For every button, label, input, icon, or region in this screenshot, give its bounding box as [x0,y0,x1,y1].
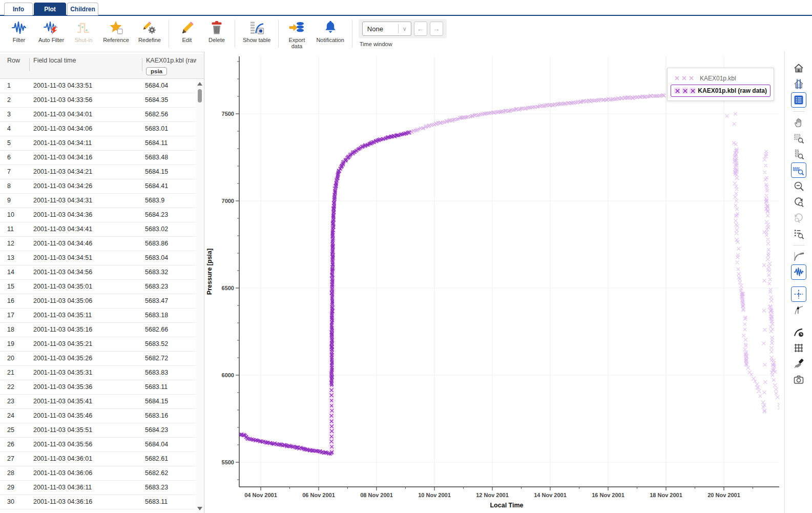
x-marker-icon [681,74,687,83]
cell-local-time: 2001-11-03 04:34:21 [26,165,138,179]
table-row[interactable]: 102001-11-03 04:34:365684.23 [0,208,196,222]
tab-children[interactable]: Children [67,3,98,15]
table-row[interactable]: 262001-11-03 04:35:565684.04 [0,438,196,452]
table-row[interactable]: 252001-11-03 04:35:515684.23 [0,423,196,438]
tab-plot[interactable]: Plot [34,3,66,15]
cell-local-time: 2001-11-03 04:35:26 [26,352,138,365]
zoom-undo-button[interactable] [791,194,806,210]
chevron-down-icon[interactable]: ∨ [398,24,411,33]
home-tracks-button[interactable] [791,76,806,92]
pan-hand-button[interactable] [791,115,806,130]
snapshot-camera-icon [793,374,804,385]
cell-row-number: 11 [0,222,26,236]
table-row[interactable]: 292001-11-03 04:36:115683.23 [0,481,196,495]
scroll-thumb[interactable] [198,89,202,102]
table-row[interactable]: 92001-11-03 04:34:315683.9 [0,194,196,208]
zoom-vertical-button[interactable] [791,147,806,162]
table-row[interactable]: 212001-11-03 04:35:315683.83 [0,366,196,380]
zoom-out-button[interactable] [791,178,806,194]
table-row[interactable]: 282001-11-03 04:36:065682.62 [0,466,196,481]
auto-filter-button[interactable]: Auto Filter [34,19,69,44]
cell-local-time: 2001-11-03 04:34:11 [26,136,138,150]
point-picker-button[interactable] [791,302,806,318]
next-window-button[interactable]: → [430,22,443,36]
scroll-down-arrow-icon[interactable] [197,507,202,510]
cell-row-number: 17 [0,309,26,322]
reference-button[interactable]: Reference [98,19,134,44]
table-row[interactable]: 242001-11-03 04:35:465683.16 [0,409,196,423]
table-row[interactable]: 132001-11-03 04:34:515683.04 [0,251,196,265]
table-body: 12001-11-03 04:33:515684.0422001-11-03 0… [0,79,196,513]
scroll-up-arrow-icon[interactable] [197,82,202,86]
table-row[interactable]: 302001-11-03 04:36:165683.11 [0,495,196,509]
zoom-horizontal-button[interactable] [791,162,806,178]
previous-window-button[interactable]: ← [414,22,427,36]
table-row[interactable]: 52001-11-03 04:34:115684.11 [0,136,196,151]
table-row[interactable]: 122001-11-03 04:34:465683.86 [0,237,196,251]
table-row[interactable]: 22001-11-03 04:33:565684.35 [0,93,196,108]
show-table-button[interactable]: Show table [238,19,275,44]
zoom-box-icon [793,133,804,144]
table-row[interactable]: 222001-11-03 04:35:365683.11 [0,380,196,395]
zoom-history-button[interactable] [791,226,806,241]
table-scrollbar[interactable] [196,79,203,513]
cell-local-time: 2001-11-03 04:35:06 [26,294,138,308]
table-row[interactable]: 162001-11-03 04:35:065683.47 [0,294,196,309]
cell-local-time: 2001-11-03 04:35:56 [26,438,138,452]
tab-bar: InfoPlotChildren [0,0,812,16]
edit-button[interactable]: Edit [172,19,202,44]
zoom-box-button[interactable] [791,131,806,146]
cell-local-time: 2001-11-03 04:34:26 [26,179,138,193]
pressure-history-chart[interactable]: 04 Nov 200106 Nov 200108 Nov 200110 Nov … [204,52,784,513]
table-row[interactable]: 72001-11-03 04:34:215684.15 [0,165,196,179]
table-row[interactable]: 62001-11-03 04:34:165683.48 [0,151,196,165]
table-row[interactable]: 272001-11-03 04:36:015682.61 [0,452,196,466]
table-row[interactable]: 172001-11-03 04:35:115683.18 [0,309,196,323]
tab-info[interactable]: Info [4,3,33,15]
export-data-button[interactable]: Export data [282,19,311,50]
table-row[interactable]: 232001-11-03 04:35:415684.15 [0,395,196,409]
col-header-value[interactable]: KAEX01p.kbl (raw data) [146,57,196,64]
zoom-redo-button [791,210,806,225]
legend-item[interactable]: KAEX01p.kbl [671,72,771,85]
table-row[interactable]: 202001-11-03 04:35:265682.72 [0,352,196,366]
col-header-row[interactable]: Row [7,57,28,64]
table-row[interactable]: 142001-11-03 04:34:565683.32 [0,265,196,280]
cell-local-time: 2001-11-03 04:34:56 [26,265,138,279]
svg-text:5500: 5500 [222,459,234,465]
table-row[interactable]: 82001-11-03 04:34:265684.41 [0,179,196,194]
table-row[interactable]: 42001-11-03 04:34:065683.01 [0,122,196,136]
cell-pressure: 5683.23 [138,481,196,495]
crosshair-button[interactable] [791,286,806,302]
table-row[interactable]: 32001-11-03 04:34:015682.56 [0,108,196,122]
redefine-button[interactable]: Redefine [134,19,165,44]
loglog-curve-button[interactable] [791,249,806,264]
col-header-time[interactable]: Field local time [33,57,138,64]
table-row[interactable]: 312001-11-03 04:36:215682.47 [0,509,196,513]
cell-pressure: 5683.11 [138,380,196,394]
style-brush-button[interactable] [791,356,806,372]
home-button[interactable] [791,60,806,76]
table-row[interactable]: 182001-11-03 04:35:165682.66 [0,323,196,337]
delete-button[interactable]: Delete [202,19,232,44]
delete-label: Delete [209,37,225,43]
filter-button[interactable]: Filter [4,19,34,44]
legend-panel-button[interactable] [791,92,806,108]
table-row[interactable]: 192001-11-03 04:35:215683.52 [0,337,196,352]
table-row[interactable]: 112001-11-03 04:34:415683.02 [0,222,196,237]
table-row[interactable]: 12001-11-03 04:33:515684.04 [0,79,196,93]
cell-pressure: 5683.02 [138,222,196,236]
time-curve-button[interactable] [791,324,806,340]
time-window-label: Time window [360,41,447,47]
snapshot-camera-button[interactable] [791,372,806,387]
time-window-select[interactable]: None∨ [362,22,411,36]
notification-button[interactable]: Notification [311,19,348,44]
shut-in-button: Shut-in [69,19,98,44]
cell-pressure: 5682.66 [138,323,196,337]
history-waveform-button[interactable] [791,264,806,280]
cell-pressure: 5684.23 [138,208,196,222]
edit-icon [179,20,195,35]
grid-button[interactable] [791,340,806,356]
legend-item[interactable]: KAEX01p.kbl (raw data) [671,85,771,97]
table-row[interactable]: 152001-11-03 04:35:015683.23 [0,280,196,294]
